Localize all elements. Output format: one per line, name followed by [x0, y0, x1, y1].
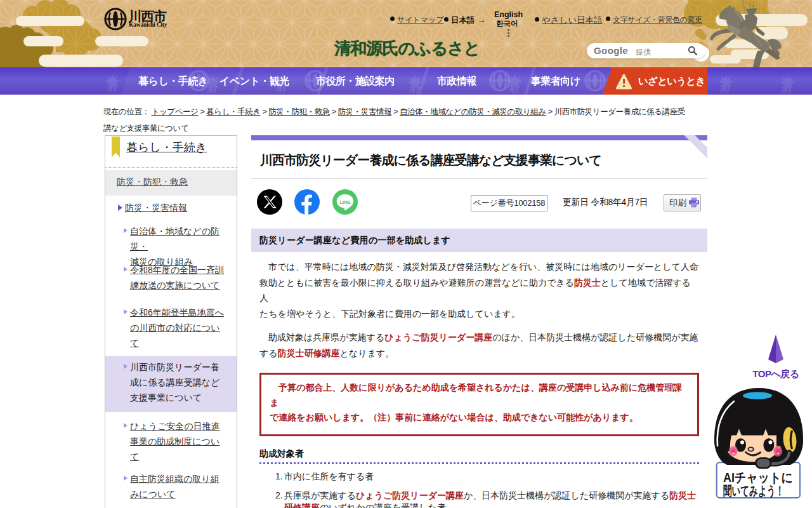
svg-text:Kawanishi City: Kawanishi City [129, 22, 167, 28]
svg-text:LINE: LINE [339, 199, 350, 205]
svg-text:聞いてみよう！: 聞いてみよう！ [723, 483, 784, 498]
svg-text:AIチャットに: AIチャットに [723, 470, 793, 485]
